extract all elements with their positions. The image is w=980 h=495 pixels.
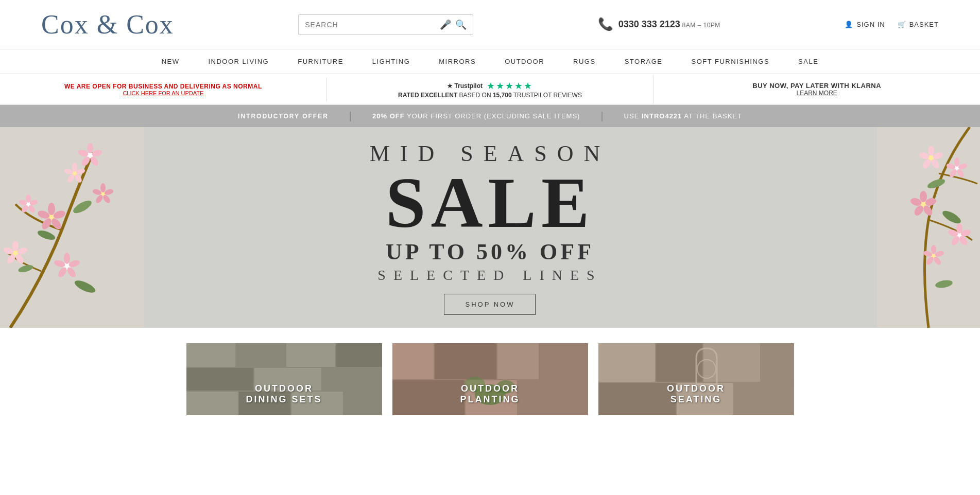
trustpilot-logo: ★ Trustpilot (447, 82, 483, 90)
sign-in-button[interactable]: 👤 SIGN IN (845, 21, 885, 28)
nav-item-new[interactable]: NEW (147, 49, 194, 74)
nav-item-furniture[interactable]: FURNITURE (283, 49, 358, 74)
basket-icon: 🛒 (898, 21, 906, 28)
category-card-dining[interactable]: OUTDOORDINING SETS (186, 343, 382, 415)
phone-section: 📞 0330 333 2123 8am – 10pm (598, 17, 720, 32)
promo-offer-section: 20% OFF YOUR FIRST ORDER (excluding sale… (352, 112, 600, 120)
promo-code-section: USE INTRO4221 AT THE BASKET (604, 112, 763, 120)
microphone-icon[interactable]: 🎤 (440, 19, 451, 30)
basket-button[interactable]: 🛒 BASKET (898, 21, 939, 28)
svg-point-14 (48, 203, 55, 215)
svg-point-67 (956, 223, 962, 234)
nav-item-mirrors[interactable]: MIRRORS (424, 49, 490, 74)
hero-selected-text: SELECTED LINES (370, 267, 611, 284)
hero-content: MID SEASON SALE UP TO 50% OFF SELECTED L… (370, 140, 611, 315)
phone-hours: 8am – 10pm (682, 22, 720, 29)
svg-point-26 (12, 241, 19, 251)
category-card-planting[interactable]: OUTDOORPLANTING (392, 343, 588, 415)
svg-rect-0 (0, 127, 144, 328)
promo-title: INTRODUCTORY OFFER (238, 113, 329, 120)
phone-number: 0330 333 2123 (618, 19, 680, 29)
nav-item-lighting[interactable]: LIGHTING (358, 49, 424, 74)
svg-rect-84 (286, 343, 335, 367)
promo-description: 20% OFF YOUR FIRST ORDER (excluding sale… (372, 112, 580, 120)
svg-point-38 (100, 183, 106, 192)
svg-point-73 (931, 245, 936, 254)
shop-now-button[interactable]: SHOP NOW (444, 294, 536, 315)
svg-rect-82 (186, 343, 235, 367)
nav-item-sale[interactable]: SALE (784, 49, 833, 74)
klarna-main-text: BUY NOW, PAY LATER WITH KLARNA (664, 82, 970, 90)
svg-point-2 (87, 143, 93, 153)
svg-point-32 (64, 253, 70, 264)
svg-point-20 (26, 195, 31, 203)
nav-item-indoor-living[interactable]: INDOOR LIVING (194, 49, 283, 74)
svg-point-55 (954, 157, 959, 167)
category-label-seating: OUTDOORSEATING (598, 373, 794, 415)
info-bar-right: BUY NOW, PAY LATER WITH KLARNA LEARN MOR… (654, 77, 980, 102)
trustpilot-text: RATED EXCELLENT BASED ON 15,700 TRUSTPIL… (337, 92, 643, 99)
business-open-text: WE ARE OPEN FOR BUSINESS AND DELIVERING … (10, 83, 316, 90)
nav-item-soft-furnishings[interactable]: SOFT FURNISHINGS (677, 49, 784, 74)
search-input[interactable] (305, 21, 440, 29)
logo[interactable]: Cox & Cox (41, 9, 174, 40)
category-card-seating[interactable]: OUTDOORSEATING (598, 343, 794, 415)
main-nav: NEW INDOOR LIVING FURNITURE LIGHTING MIR… (0, 49, 980, 74)
info-bar: WE ARE OPEN FOR BUSINESS AND DELIVERING … (0, 74, 980, 105)
svg-rect-83 (236, 343, 285, 367)
hero-up-to-text: UP TO 50% OFF (370, 239, 611, 265)
nav-item-outdoor[interactable]: OUTDOOR (490, 49, 559, 74)
svg-point-49 (928, 146, 934, 156)
header-actions: 👤 SIGN IN 🛒 BASKET (845, 21, 939, 28)
category-label-dining: OUTDOORDINING SETS (186, 373, 382, 415)
search-icon[interactable]: 🔍 (455, 19, 467, 30)
category-label-planting: OUTDOORPLANTING (392, 373, 588, 415)
promo-section: INTRODUCTORY OFFER (217, 113, 349, 120)
business-update-link[interactable]: CLICK HERE FOR AN UPDATE (10, 90, 316, 96)
search-icons: 🎤 🔍 (440, 19, 467, 30)
left-flower-decoration (0, 127, 144, 328)
search-bar[interactable]: 🎤 🔍 (298, 14, 473, 35)
svg-point-8 (72, 163, 77, 172)
category-section: OUTDOORDINING SETS OUTDOORPLANTING (0, 328, 980, 431)
trustpilot-stars: ★★★★★ (487, 80, 533, 92)
right-flower-decoration (877, 127, 980, 328)
svg-rect-85 (336, 343, 382, 367)
info-bar-center: ★ Trustpilot ★★★★★ RATED EXCELLENT BASED… (327, 75, 654, 104)
phone-details: 0330 333 2123 8am – 10pm (618, 17, 720, 32)
phone-icon: 📞 (598, 17, 613, 31)
svg-point-61 (920, 191, 927, 202)
header: Cox & Cox 🎤 🔍 📞 0330 333 2123 8am – 10pm… (0, 0, 980, 49)
klarna-learn-more-link[interactable]: LEARN MORE (664, 90, 970, 97)
hero-sale-text: SALE (370, 167, 611, 239)
promo-code-text: USE INTRO4221 AT THE BASKET (624, 112, 742, 120)
nav-item-storage[interactable]: STORAGE (610, 49, 677, 74)
promo-bar: INTRODUCTORY OFFER | 20% OFF YOUR FIRST … (0, 105, 980, 127)
nav-item-rugs[interactable]: RUGS (559, 49, 610, 74)
person-icon: 👤 (845, 21, 853, 28)
info-bar-left: WE ARE OPEN FOR BUSINESS AND DELIVERING … (0, 78, 327, 101)
hero-banner: MID SEASON SALE UP TO 50% OFF SELECTED L… (0, 127, 980, 328)
